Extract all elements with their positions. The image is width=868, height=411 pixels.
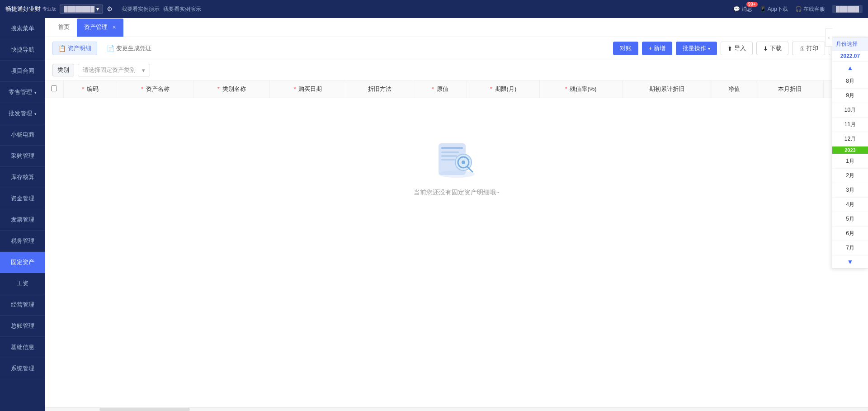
month-nav: ▲ [832,61,868,74]
filter-placeholder: 请选择固定资产类别 [83,66,136,74]
sidebar-item-fixed-assets[interactable]: 固定资产 [0,252,45,273]
sidebar-item-label: 采购管理 [11,152,34,159]
print-icon: 🖨 [799,45,805,52]
empty-illustration [429,134,484,180]
app-download-label: App下载 [768,5,788,13]
sidebar-item-invoice-management[interactable]: 发票管理 [0,209,45,231]
month-item-6[interactable]: 6月 [832,227,868,241]
month-item-7[interactable]: 7月 [832,241,868,255]
month-item-3[interactable]: 3月 [832,183,868,198]
document-icon: 📄 [107,45,114,52]
sidebar-item-salary[interactable]: 工资 [0,273,45,294]
col-checkbox [45,80,63,98]
month-item-1[interactable]: 1月 [832,154,868,169]
month-item-9[interactable]: 9月 [832,89,868,103]
app-brand: 畅捷通好业财 专业版 [5,5,56,13]
sidebar-item-general-ledger[interactable]: 总账管理 [0,316,45,337]
col-period-months: * 期限(月) [467,80,540,98]
settings-icon[interactable]: ⚙ [107,5,113,13]
message-badge: 99+ [746,2,758,7]
online-service-label: 在线客服 [803,5,825,13]
content-area: 📋 资产明细 📄 变更生成凭证 对账 + 新增 批量操作 ▾ ⬆ [45,37,868,411]
sidebar-item-retail-management[interactable]: 零售管理 ▾ [0,82,45,103]
online-service-button[interactable]: 🎧 在线客服 [795,5,825,13]
print-label: 打印 [807,44,818,52]
company-selector[interactable]: ████████ ▾ [60,5,103,14]
svg-rect-3 [441,151,459,153]
col-depreciation-method: 折旧方法 [346,80,413,98]
sidebar-item-label: 税务管理 [11,237,34,244]
select-all-checkbox[interactable] [51,85,57,91]
table-container: * 编码 * 资产名称 * 类别名称 [45,80,868,407]
app-download-button[interactable]: 📱 App下载 [760,5,788,13]
sidebar-item-label: 基础信息 [11,344,34,350]
bottom-scrollbar[interactable] [45,407,868,411]
print-button[interactable]: 🖨 打印 [792,42,825,55]
chevron-right-icon: ▾ [34,112,37,116]
month-item-4[interactable]: 4月 [832,198,868,212]
sub-tab-change-voucher[interactable]: 📄 变更生成凭证 [101,42,157,55]
sidebar-item-basic-info[interactable]: 基础信息 [0,337,45,358]
month-panel-header: 月份选择 [832,38,868,51]
sidebar-item-quick-nav[interactable]: 快捷导航 [0,39,45,61]
chevron-down-icon: ▾ [708,46,710,51]
month-item-8[interactable]: 8月 [832,74,868,89]
sidebar-item-purchase-management[interactable]: 采购管理 [0,146,45,167]
year-2023-badge: 2023 [832,146,868,154]
panel-collapse-button[interactable]: ‹ [825,28,832,47]
month-item-5[interactable]: 5月 [832,212,868,227]
sidebar-item-label: 小畅电商 [11,131,34,138]
message-icon: 💬 [733,6,740,12]
prev-nav-button[interactable]: ▲ [844,63,856,72]
table-header-row: * 编码 * 资产名称 * 类别名称 [45,80,868,98]
sidebar-item-batch-management[interactable]: 批发管理 ▾ [0,103,45,124]
user-button[interactable]: ██████ [832,5,863,13]
next-nav-button[interactable]: ▼ [844,257,856,266]
sidebar-item-label: 经营管理 [11,301,34,308]
scrollbar-thumb [99,408,190,411]
month-item-12[interactable]: 12月 [832,132,868,146]
top-bar: 畅捷通好业财 专业版 ████████ ▾ ⚙ 我要看实例演示 我要看实例演示 … [0,0,868,18]
month-item-2[interactable]: 2月 [832,169,868,183]
download-button[interactable]: ⬇ 下载 [756,42,788,55]
sidebar-item-tax-management[interactable]: 税务管理 [0,231,45,252]
sidebar-item-label: 发票管理 [11,216,34,223]
tab-asset-management[interactable]: 资产管理 ✕ [77,19,123,37]
main-content: 首页 资产管理 ✕ 📋 资产明细 📄 变更生成凭证 对账 [45,18,868,411]
message-button[interactable]: 💬 消息 99+ [733,5,752,13]
demo-link[interactable]: 我要看实例演示 [122,5,160,13]
sidebar-item-project-contract[interactable]: 项目合同 [0,61,45,82]
svg-point-9 [462,161,465,164]
panel-title: 月份选择 [836,40,858,48]
add-button[interactable]: + 新增 [642,42,672,55]
sub-tab-asset-detail[interactable]: 📋 资产明细 [52,42,97,55]
company-name: ████████ [64,6,94,12]
sidebar-item-label: 搜索菜单 [11,25,34,32]
empty-state: 当前您还没有固定资产明细哦~ [45,98,868,233]
tab-close-icon[interactable]: ✕ [112,24,116,30]
sidebar: 搜索菜单 快捷导航 项目合同 零售管理 ▾ 批发管理 ▾ 小畅电商 采购管理 库… [0,18,45,411]
month-item-10[interactable]: 10月 [832,103,868,118]
tab-home-label: 首页 [58,24,70,30]
sidebar-item-system-management[interactable]: 系统管理 [0,358,45,379]
svg-rect-2 [441,147,463,149]
batch-button[interactable]: 批量操作 ▾ [676,42,717,55]
month-item-11[interactable]: 11月 [832,118,868,132]
sidebar-item-operations-management[interactable]: 经营管理 [0,294,45,316]
chevron-right-icon: ▾ [34,90,37,95]
asset-table: * 编码 * 资产名称 * 类别名称 [45,80,868,233]
category-filter-select[interactable]: 请选择固定资产类别 ▾ [78,64,150,76]
import-button[interactable]: ⬆ 导入 [721,42,753,55]
sub-tab-bar: 📋 资产明细 📄 变更生成凭证 对账 + 新增 批量操作 ▾ ⬆ [45,37,868,60]
sidebar-item-search-menu[interactable]: 搜索菜单 [0,18,45,39]
sidebar-item-fund-management[interactable]: 资金管理 [0,188,45,209]
app-edition: 专业版 [42,6,56,12]
sidebar-item-inventory[interactable]: 库存核算 [0,167,45,188]
empty-row: 当前您还没有固定资产明细哦~ [45,98,868,233]
reconcile-button[interactable]: 对账 [613,42,638,55]
sidebar-item-ecommerce[interactable]: 小畅电商 [0,124,45,146]
col-residual-rate: * 残值率(%) [539,80,622,98]
demo-text-label[interactable]: 我要看实例演示 [163,5,201,13]
tab-home[interactable]: 首页 [51,19,77,37]
sidebar-item-label: 批发管理 [9,110,32,117]
